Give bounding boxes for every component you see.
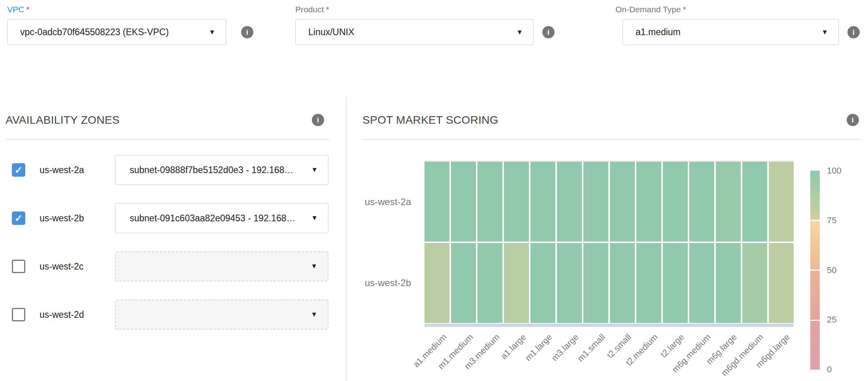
heatmap-cell-us-west-2a-m6g.large[interactable] — [716, 162, 741, 241]
az-row-us-west-2d: us-west-2d▼ — [0, 300, 346, 330]
availability-zones-info-icon[interactable]: i — [312, 114, 324, 126]
heatmap-cell-us-west-2a-t2.medium[interactable] — [636, 162, 661, 241]
chevron-down-icon: ▼ — [311, 214, 318, 222]
spot-market-scoring-divider — [362, 139, 861, 140]
spot-market-scoring-info-icon[interactable]: i — [847, 114, 859, 126]
heatmap-cell-us-west-2a-m1.large[interactable] — [530, 162, 555, 241]
colorbar-segment-50-25 — [810, 271, 820, 320]
on-demand-type-info-icon[interactable]: i — [847, 26, 860, 38]
availability-zones-divider — [6, 139, 330, 140]
heatmap-cell-us-west-2a-t2.large[interactable] — [663, 162, 688, 241]
product-label: Product* — [295, 5, 329, 14]
heatmap-y-label-us-west-2b: us-west-2b — [356, 277, 411, 289]
on-demand-type-select-value: a1.medium — [636, 27, 681, 38]
vpc-select[interactable]: vpc-0adcb70f645508223 (EKS-VPC) ▼ — [7, 19, 226, 45]
chevron-down-icon: ▼ — [209, 29, 215, 36]
az-row-us-west-2b: ✓us-west-2bsubnet-091c603aa82e09453 - 19… — [0, 203, 346, 233]
on-demand-type-select[interactable]: a1.medium ▼ — [623, 19, 839, 45]
az-subnet-value: subnet-091c603aa82e09453 - 192.168… — [130, 213, 295, 224]
heatmap-cell-us-west-2a-a1.large[interactable] — [504, 162, 529, 241]
on-demand-type-label: On-Demand Type* — [615, 5, 686, 14]
az-row-us-west-2a: ✓us-west-2asubnet-09888f7be5152d0e3 - 19… — [0, 155, 346, 185]
availability-zones-title: AVAILABILITY ZONES — [6, 114, 120, 126]
heatmap-cell-us-west-2b-m1.large[interactable] — [530, 243, 555, 323]
on-demand-type-required-asterisk: * — [683, 5, 686, 14]
heatmap-cell-us-west-2b-a1.large[interactable] — [504, 243, 529, 323]
az-checkbox-us-west-2c[interactable] — [12, 260, 25, 273]
az-row-us-west-2c: us-west-2c▼ — [0, 251, 346, 281]
heatmap-row-us-west-2a — [425, 162, 794, 241]
heatmap-cell-us-west-2b-t2.medium[interactable] — [636, 243, 661, 323]
product-required-asterisk: * — [326, 5, 329, 14]
heatmap-cell-us-west-2a-m6g.medium[interactable] — [689, 162, 714, 241]
heatmap-cell-us-west-2b-a1.medium[interactable] — [425, 243, 449, 323]
az-zone-label: us-west-2c — [40, 251, 83, 281]
heatmap-cell-us-west-2a-m1.small[interactable] — [583, 162, 608, 241]
heatmap-cell-us-west-2b-m6gd.medium[interactable] — [742, 243, 767, 323]
heatmap-cell-us-west-2b-m6gd.large[interactable] — [769, 243, 794, 323]
panel-divider — [346, 97, 346, 381]
vpc-info-icon[interactable]: i — [241, 26, 253, 38]
heatmap-colorbar — [810, 171, 820, 370]
colorbar-tick-25: 25 — [827, 315, 859, 325]
on-demand-type-label-text: On-Demand Type — [615, 5, 681, 14]
heatmap-cell-us-west-2b-m3.medium[interactable] — [477, 243, 502, 323]
az-checkbox-us-west-2d[interactable] — [12, 308, 25, 321]
spot-market-heatmap — [425, 160, 794, 323]
heatmap-y-label-us-west-2a: us-west-2a — [356, 196, 411, 207]
colorbar-segment-25-0 — [810, 321, 820, 370]
product-select[interactable]: Linux/UNIX ▼ — [295, 19, 534, 45]
heatmap-cell-us-west-2b-m3.large[interactable] — [557, 243, 582, 323]
product-select-value: Linux/UNIX — [308, 27, 354, 38]
az-checkbox-us-west-2b[interactable]: ✓ — [12, 211, 25, 225]
heatmap-cell-us-west-2a-a1.medium[interactable] — [425, 162, 449, 241]
heatmap-cell-us-west-2b-m1.medium[interactable] — [451, 243, 476, 323]
colorbar-tick-50: 50 — [827, 265, 859, 275]
chevron-down-icon: ▼ — [311, 166, 318, 174]
vpc-required-asterisk: * — [26, 5, 29, 14]
vpc-label-text: VPC — [7, 5, 24, 14]
heatmap-cell-us-west-2a-t2.small[interactable] — [610, 162, 635, 241]
az-subnet-select-us-west-2c[interactable]: ▼ — [115, 251, 328, 281]
az-zone-label: us-west-2d — [40, 300, 84, 330]
colorbar-tick-0: 0 — [827, 364, 859, 375]
heatmap-cell-us-west-2a-m6gd.large[interactable] — [769, 162, 794, 241]
colorbar-segment-100-75 — [810, 171, 820, 220]
heatmap-cell-us-west-2a-m3.large[interactable] — [557, 162, 582, 241]
heatmap-cell-us-west-2a-m6gd.medium[interactable] — [742, 162, 767, 241]
chevron-down-icon: ▼ — [311, 311, 317, 319]
heatmap-cell-us-west-2b-m1.small[interactable] — [583, 243, 608, 323]
heatmap-cell-us-west-2b-t2.small[interactable] — [610, 243, 635, 323]
colorbar-segment-75-50 — [810, 221, 820, 270]
vpc-label: VPC* — [7, 5, 29, 14]
vpc-select-value: vpc-0adcb70f645508223 (EKS-VPC) — [20, 27, 169, 38]
colorbar-tick-75: 75 — [827, 215, 859, 226]
chevron-down-icon: ▼ — [311, 262, 317, 270]
heatmap-cell-us-west-2b-t2.large[interactable] — [663, 243, 688, 323]
heatmap-row-us-west-2b — [425, 243, 794, 323]
colorbar-tick-100: 100 — [827, 166, 859, 176]
heatmap-scrollbar[interactable] — [425, 324, 794, 327]
az-subnet-value: subnet-09888f7be5152d0e3 - 192.168… — [130, 165, 293, 175]
az-subnet-select-us-west-2b[interactable]: subnet-091c603aa82e09453 - 192.168…▼ — [115, 203, 328, 233]
az-zone-label: us-west-2b — [40, 203, 84, 233]
az-zone-label: us-west-2a — [40, 155, 84, 185]
heatmap-cell-us-west-2b-m6g.medium[interactable] — [689, 243, 714, 323]
heatmap-cell-us-west-2a-m1.medium[interactable] — [451, 162, 476, 241]
chevron-down-icon: ▼ — [821, 29, 828, 36]
az-subnet-select-us-west-2a[interactable]: subnet-09888f7be5152d0e3 - 192.168…▼ — [115, 155, 328, 185]
product-label-text: Product — [295, 5, 324, 14]
heatmap-cell-us-west-2a-m3.medium[interactable] — [477, 162, 502, 241]
heatmap-cell-us-west-2b-m6g.large[interactable] — [716, 243, 741, 323]
spot-market-scoring-title: SPOT MARKET SCORING — [362, 114, 498, 126]
chevron-down-icon: ▼ — [516, 29, 523, 36]
az-subnet-select-us-west-2d[interactable]: ▼ — [115, 300, 328, 330]
az-checkbox-us-west-2a[interactable]: ✓ — [12, 163, 25, 177]
product-info-icon[interactable]: i — [542, 26, 555, 38]
